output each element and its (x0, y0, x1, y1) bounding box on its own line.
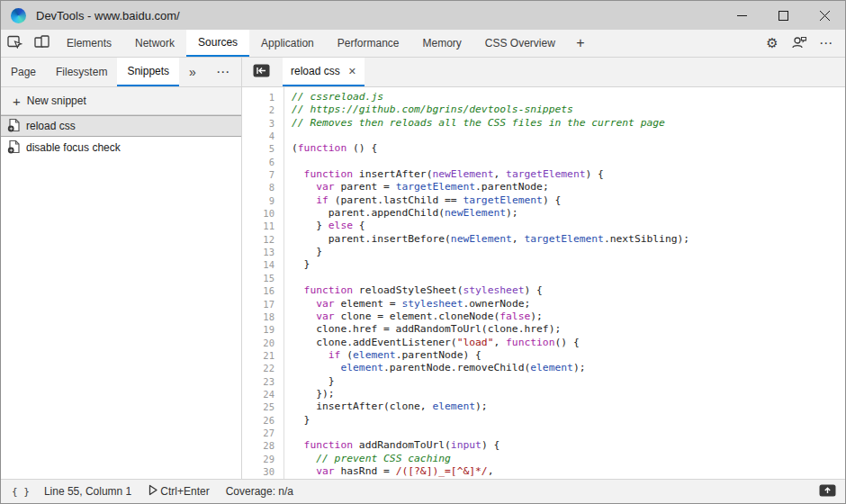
line-number[interactable]: 29 (242, 453, 284, 465)
code-line[interactable] (292, 427, 845, 439)
more-options-button[interactable]: ⋯ (813, 35, 840, 51)
line-number[interactable]: 7 (242, 168, 284, 181)
code-line[interactable]: // Removes then reloads all the CSS file… (292, 117, 845, 130)
tab-snippets[interactable]: Snippets (117, 58, 179, 86)
code-line[interactable]: if (element.parentNode) { (292, 349, 845, 362)
code-token: stylesheet (463, 284, 524, 296)
add-panel-button[interactable]: + (567, 30, 594, 57)
line-number[interactable]: 8 (242, 181, 284, 194)
tab-css-overview[interactable]: CSS Overview (473, 30, 567, 57)
close-button[interactable] (804, 1, 845, 30)
code-line[interactable]: element.parentNode.removeChild(element); (292, 362, 845, 374)
code-line[interactable]: } (292, 375, 845, 388)
secondary-bar: Page Filesystem Snippets » ⋯ reload css … (1, 58, 845, 87)
code-token (292, 284, 304, 296)
double-chevron-icon: » (189, 65, 196, 79)
code-line[interactable]: } (292, 414, 845, 427)
snippet-item-disable-focus-check[interactable]: disable focus check (1, 137, 241, 158)
line-number[interactable]: 12 (242, 233, 284, 246)
line-number[interactable]: 20 (242, 337, 284, 349)
code-line[interactable]: var clone = element.cloneNode(false); (292, 310, 845, 323)
line-number[interactable]: 27 (242, 427, 284, 439)
line-number[interactable]: 17 (242, 298, 284, 310)
navigator-overflow-button[interactable]: » (179, 58, 206, 86)
tab-elements[interactable]: Elements (55, 30, 123, 57)
settings-button[interactable]: ⚙ (759, 35, 786, 51)
editor-tab-reload-css[interactable]: reload css ✕ (283, 58, 364, 86)
line-number[interactable]: 14 (242, 258, 284, 271)
code-token (292, 465, 316, 477)
line-number[interactable]: 26 (242, 414, 284, 427)
code-line[interactable]: parent.appendChild(newElement); (292, 207, 845, 220)
code-line[interactable]: // https://github.com/bgrins/devtools-sn… (292, 104, 845, 116)
code-line[interactable] (292, 156, 845, 168)
line-number[interactable]: 23 (242, 375, 284, 388)
line-number[interactable]: 19 (242, 323, 284, 336)
line-number[interactable]: 22 (242, 362, 284, 374)
inspect-element-button[interactable] (1, 30, 28, 57)
tab-memory[interactable]: Memory (411, 30, 473, 57)
device-emulation-button[interactable] (28, 30, 55, 57)
code-line[interactable]: function addRandomToUrl(input) { (292, 439, 845, 452)
code-line[interactable]: }); (292, 388, 845, 400)
code-line[interactable]: if (parent.lastChild == targetElement) { (292, 194, 845, 207)
code-line[interactable]: var hasRnd = /([?&])_=[^&]*/, (292, 465, 845, 478)
tab-close-icon[interactable]: ✕ (348, 66, 356, 77)
content-area: + New snippet reload css (1, 87, 845, 479)
code-line[interactable]: insertAfter(clone, element); (292, 400, 845, 413)
tab-network[interactable]: Network (123, 30, 186, 57)
code-line[interactable]: var parent = targetElement.parentNode; (292, 181, 845, 194)
tab-page[interactable]: Page (1, 58, 46, 86)
snippet-item-reload-css[interactable]: reload css (1, 115, 241, 137)
code-line[interactable] (292, 130, 845, 142)
main-toolbar: Elements Network Sources Application Per… (1, 30, 845, 58)
code-line[interactable]: // prevent CSS caching (292, 453, 845, 465)
line-number[interactable]: 9 (242, 194, 284, 207)
line-number[interactable]: 11 (242, 220, 284, 232)
focus-navigator-button[interactable] (253, 64, 270, 81)
code-token: newElement (445, 207, 506, 219)
line-number[interactable]: 16 (242, 284, 284, 297)
feedback-button[interactable] (786, 35, 813, 51)
code-line[interactable]: clone.href = addRandomToUrl(clone.href); (292, 323, 845, 336)
code-line[interactable]: } (292, 246, 845, 258)
code-line[interactable]: clone.addEventListener("load", function(… (292, 337, 845, 349)
code-line[interactable]: parent.insertBefore(newElement, targetEl… (292, 233, 845, 246)
tab-application[interactable]: Application (249, 30, 326, 57)
code-pane[interactable]: // cssreload.js// https://github.com/bgr… (284, 87, 845, 479)
line-number[interactable]: 28 (242, 439, 284, 452)
line-number[interactable]: 10 (242, 207, 284, 220)
line-number[interactable]: 2 (242, 104, 284, 116)
run-snippet-hint[interactable]: Ctrl+Enter (148, 484, 209, 499)
tab-filesystem[interactable]: Filesystem (46, 58, 117, 86)
new-snippet-button[interactable]: + New snippet (1, 87, 241, 115)
line-number[interactable]: 21 (242, 349, 284, 362)
line-number[interactable]: 6 (242, 156, 284, 168)
line-number[interactable]: 4 (242, 130, 284, 142)
pretty-print-icon[interactable]: { } (12, 486, 30, 498)
code-line[interactable]: // cssreload.js (292, 91, 845, 104)
line-number[interactable]: 15 (242, 272, 284, 284)
code-token: // prevent CSS caching (316, 453, 451, 464)
line-number[interactable]: 5 (242, 142, 284, 155)
navigator-more-button[interactable]: ⋯ (206, 58, 240, 86)
code-line[interactable] (292, 272, 845, 284)
line-number[interactable]: 30 (242, 465, 284, 478)
code-line[interactable]: var element = stylesheet.ownerNode; (292, 298, 845, 310)
line-number[interactable]: 18 (242, 310, 284, 323)
code-line[interactable]: function reloadStyleSheet(stylesheet) { (292, 284, 845, 297)
maximize-button[interactable] (762, 1, 804, 30)
line-number[interactable]: 3 (242, 117, 284, 130)
expand-drawer-button[interactable] (819, 484, 836, 500)
line-number[interactable]: 25 (242, 400, 284, 413)
line-number[interactable]: 24 (242, 388, 284, 400)
line-number[interactable]: 1 (242, 91, 284, 104)
code-line[interactable]: } else { (292, 220, 845, 232)
code-line[interactable]: } (292, 258, 845, 271)
tab-performance[interactable]: Performance (326, 30, 411, 57)
code-line[interactable]: (function () { (292, 142, 845, 155)
line-number[interactable]: 13 (242, 246, 284, 258)
minimize-button[interactable] (721, 1, 762, 30)
code-line[interactable]: function insertAfter(newElement, targetE… (292, 168, 845, 181)
tab-sources[interactable]: Sources (186, 30, 249, 57)
